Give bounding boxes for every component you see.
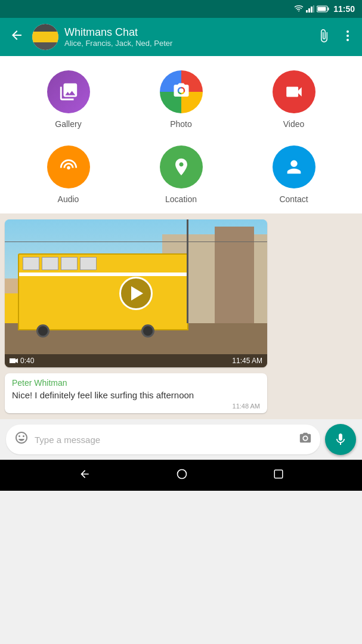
audio-circle: [47, 145, 90, 188]
video-circle: [273, 70, 315, 113]
time-display: 11:50: [333, 4, 355, 14]
location-icon: [171, 157, 191, 177]
attachment-photo[interactable]: Photo: [125, 70, 237, 129]
video-duration: 0:40: [10, 357, 34, 365]
video-label: Video: [283, 119, 305, 129]
svg-rect-5: [328, 8, 329, 11]
contact-label: Contact: [279, 194, 308, 204]
emoji-button[interactable]: [14, 431, 29, 448]
svg-point-11: [304, 436, 307, 440]
more-options-icon[interactable]: [341, 29, 355, 46]
chat-participants: Alice, Francis, Jack, Ned, Peter: [64, 39, 311, 48]
gallery-circle: [47, 70, 90, 113]
gallery-icon: [58, 82, 79, 102]
message-timestamp: 11:48 AM: [12, 402, 260, 410]
photo-icon: [172, 82, 190, 100]
svg-point-12: [177, 469, 186, 478]
svg-point-7: [346, 30, 349, 33]
location-label: Location: [165, 194, 197, 204]
svg-rect-3: [313, 5, 314, 13]
video-timestamp: 11:45 AM: [232, 357, 262, 365]
attachment-grid: Gallery Photo: [0, 70, 362, 204]
camera-input-icon[interactable]: [299, 432, 312, 448]
attachment-audio[interactable]: Audio: [12, 145, 125, 204]
svg-rect-0: [306, 10, 308, 13]
battery-icon: [317, 5, 330, 13]
chat-area: 0:40 11:45 AM Peter Whitman Nice! I defi…: [0, 213, 362, 419]
gallery-label: Gallery: [55, 119, 81, 129]
header-info: Whitmans Chat Alice, Francis, Jack, Ned,…: [64, 26, 311, 48]
chat-title: Whitmans Chat: [64, 26, 311, 39]
audio-label: Audio: [58, 194, 79, 204]
message-placeholder[interactable]: Type a message: [35, 435, 293, 445]
location-circle: [160, 145, 203, 188]
svg-point-8: [346, 35, 349, 37]
status-icons: [294, 5, 330, 13]
video-message-bubble[interactable]: 0:40 11:45 AM: [5, 219, 267, 367]
svg-point-10: [179, 88, 184, 93]
attachment-video[interactable]: Video: [237, 70, 350, 129]
attachment-icon[interactable]: [317, 29, 331, 46]
contact-icon: [284, 157, 304, 177]
nav-home-button[interactable]: [176, 468, 188, 483]
svg-rect-1: [308, 8, 310, 13]
header-actions: [317, 29, 355, 46]
back-button[interactable]: [7, 26, 26, 48]
message-sender: Peter Whitman: [12, 378, 260, 388]
video-cam-small-icon: [10, 358, 18, 364]
audio-icon: [58, 157, 79, 177]
nav-bar: [0, 460, 362, 491]
video-thumbnail: 0:40 11:45 AM: [5, 219, 267, 367]
text-message-bubble: Peter Whitman Nice! I definitely feel li…: [5, 373, 267, 413]
attachment-contact[interactable]: Contact: [237, 145, 350, 204]
svg-rect-13: [274, 470, 283, 478]
photo-circle: [160, 70, 203, 113]
input-bar: Type a message: [0, 419, 362, 460]
nav-recent-button[interactable]: [273, 469, 284, 482]
svg-point-9: [346, 39, 349, 41]
mic-button[interactable]: [325, 424, 356, 455]
signal-icon: [306, 5, 314, 13]
attachment-gallery[interactable]: Gallery: [12, 70, 125, 129]
attachment-location[interactable]: Location: [125, 145, 237, 204]
group-avatar[interactable]: [32, 24, 58, 50]
wifi-icon: [294, 5, 304, 13]
message-text: Nice! I definitely feel like surfing thi…: [12, 389, 260, 401]
message-input-field[interactable]: Type a message: [6, 425, 320, 454]
play-triangle-icon: [131, 286, 143, 301]
play-button[interactable]: [119, 277, 153, 310]
video-icon: [284, 82, 304, 102]
svg-rect-2: [311, 7, 313, 13]
nav-back-button[interactable]: [79, 468, 91, 483]
contact-circle: [273, 145, 315, 188]
chat-header: Whitmans Chat Alice, Francis, Jack, Ned,…: [0, 18, 362, 56]
attachment-menu: Gallery Photo: [0, 56, 362, 213]
status-bar: 11:50: [0, 0, 362, 18]
photo-label: Photo: [170, 119, 192, 129]
mic-icon: [333, 432, 348, 447]
video-info-bar: 0:40 11:45 AM: [5, 354, 267, 367]
svg-rect-6: [318, 7, 326, 11]
